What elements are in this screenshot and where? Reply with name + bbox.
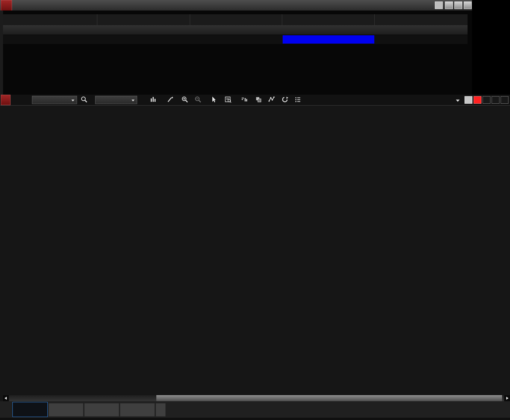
chart-panel-icon[interactable] [241, 96, 248, 103]
tab-usdcad-2[interactable] [120, 403, 155, 417]
chart-close-button[interactable] [501, 96, 508, 104]
ma-row-audchf[interactable] [3, 35, 468, 44]
cell-instrument[interactable] [3, 26, 97, 35]
market-analyzer-titlebar[interactable] [0, 0, 472, 11]
chart-restore-button[interactable] [465, 96, 472, 104]
ma-col-last-price[interactable] [97, 14, 190, 25]
windows-layout-icon[interactable] [255, 96, 262, 103]
chevron-down-icon [132, 100, 135, 101]
tab-audchf[interactable] [12, 402, 48, 417]
scroll-right-button[interactable] [504, 395, 510, 401]
ma-col-instrument[interactable] [3, 14, 97, 25]
cell-last-price[interactable] [97, 35, 190, 44]
ma-row-aapl[interactable] [3, 26, 468, 35]
window-left-border [0, 11, 3, 95]
market-analyzer-window [0, 0, 472, 95]
chevron-down-icon [71, 100, 74, 101]
ma-col-mtp3m[interactable] [190, 14, 282, 25]
interval-select[interactable] [95, 96, 137, 104]
cell-instrument[interactable] [3, 35, 97, 44]
ma-maximize-button[interactable] [454, 2, 462, 9]
zoom-in-icon[interactable] [181, 96, 189, 103]
ma-col-mtp15m[interactable] [374, 14, 468, 25]
ma-table-header[interactable] [3, 14, 468, 26]
chart-style-icon[interactable] [150, 96, 157, 103]
instrument-select[interactable] [32, 96, 77, 104]
arrow-right-icon [506, 397, 508, 400]
data-box-icon[interactable] [224, 96, 232, 103]
ma-minimize-button[interactable] [445, 2, 453, 9]
zoom-out-icon[interactable] [194, 96, 202, 103]
scrollbar-thumb[interactable] [156, 395, 502, 401]
reload-icon[interactable] [281, 96, 289, 103]
zigzag-tool-icon[interactable] [268, 96, 275, 103]
chart-minimize-button[interactable] [483, 96, 490, 104]
chart-canvas[interactable] [0, 106, 510, 394]
trade-chevron-icon[interactable] [456, 100, 460, 102]
objects-list-icon[interactable] [294, 96, 302, 103]
add-tab-button[interactable] [156, 403, 166, 417]
tab-audnzd[interactable] [84, 403, 119, 417]
tab-usdcad[interactable] [48, 403, 83, 417]
search-icon[interactable] [80, 96, 88, 103]
cell-mtp5m-signal[interactable] [283, 35, 374, 44]
chart-color-button[interactable] [474, 96, 481, 104]
market-analyzer-title-tab [1, 0, 12, 11]
arrow-left-icon [5, 397, 7, 400]
ma-col-mtp5m[interactable] [282, 14, 374, 25]
bottom-strip [0, 418, 510, 420]
cursor-icon[interactable] [210, 96, 218, 103]
chart-title-tab [1, 95, 11, 105]
ma-close-button[interactable] [464, 2, 472, 9]
chart-maximize-button[interactable] [492, 96, 499, 104]
scroll-left-button[interactable] [3, 395, 9, 401]
draw-pencil-icon[interactable] [166, 96, 174, 103]
ma-restore-button[interactable] [435, 2, 443, 9]
cell-last-price[interactable] [97, 26, 190, 35]
screen [0, 0, 510, 420]
